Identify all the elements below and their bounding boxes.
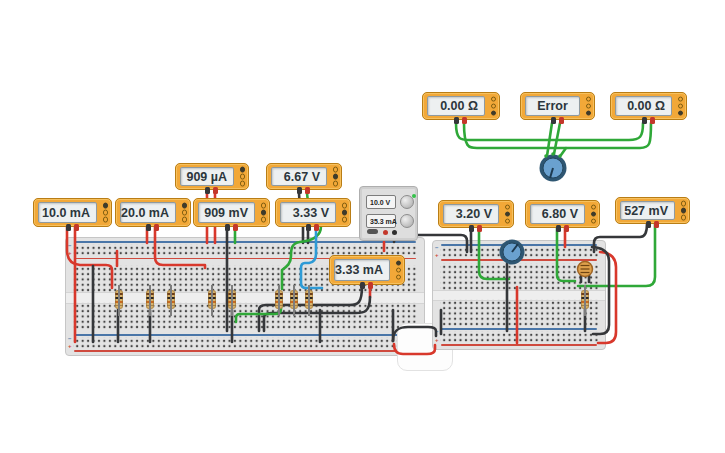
wire-green[interactable] bbox=[464, 123, 651, 148]
breadboard-right[interactable]: − + − + bbox=[432, 240, 606, 350]
mode-selector[interactable] bbox=[678, 95, 684, 118]
power-supply[interactable]: 10.0 V 35.3 mA bbox=[359, 186, 418, 241]
red-probe[interactable] bbox=[368, 282, 373, 289]
rail-pins-bottom[interactable] bbox=[73, 337, 417, 349]
terminal-pins-lower[interactable] bbox=[73, 302, 417, 329]
mode-selector[interactable] bbox=[261, 201, 267, 224]
resistor[interactable] bbox=[228, 290, 236, 309]
rail-pins-top[interactable] bbox=[440, 246, 598, 258]
black-probe[interactable] bbox=[225, 224, 230, 231]
mode-selector[interactable] bbox=[342, 201, 348, 224]
mode-ohms-icon[interactable] bbox=[261, 217, 267, 223]
resistor[interactable] bbox=[167, 290, 175, 309]
ammeter-333ma[interactable]: 3.33 mA bbox=[329, 255, 405, 285]
ohmmeter-error[interactable]: Error bbox=[520, 92, 595, 120]
mode-amps-icon[interactable] bbox=[240, 167, 246, 173]
mode-amps-icon[interactable] bbox=[261, 203, 267, 209]
mode-ohms-icon[interactable] bbox=[491, 110, 497, 116]
mode-ohms-icon[interactable] bbox=[240, 181, 246, 187]
black-probe[interactable] bbox=[551, 117, 556, 124]
black-probe[interactable] bbox=[66, 224, 71, 231]
mode-volts-icon[interactable] bbox=[591, 211, 597, 217]
mode-ohms-icon[interactable] bbox=[505, 218, 511, 224]
mode-amps-icon[interactable] bbox=[678, 96, 684, 102]
mode-amps-icon[interactable] bbox=[586, 96, 592, 102]
wire-green[interactable] bbox=[554, 123, 560, 154]
mode-amps-icon[interactable] bbox=[505, 204, 511, 210]
mode-ohms-icon[interactable] bbox=[333, 181, 339, 187]
red-probe[interactable] bbox=[74, 224, 79, 231]
mode-volts-icon[interactable] bbox=[586, 103, 592, 109]
black-probe[interactable] bbox=[454, 117, 459, 124]
resistor[interactable] bbox=[290, 290, 298, 309]
ohmmeter-left[interactable]: 0.00 Ω bbox=[422, 92, 500, 120]
black-probe[interactable] bbox=[306, 224, 311, 231]
voltmeter-909mv[interactable]: 909 mV bbox=[193, 198, 270, 227]
wire-green[interactable] bbox=[456, 123, 643, 140]
red-probe[interactable] bbox=[305, 187, 310, 194]
mode-ohms-icon[interactable] bbox=[586, 110, 592, 116]
mode-ohms-icon[interactable] bbox=[342, 217, 348, 223]
red-probe[interactable] bbox=[154, 224, 159, 231]
black-probe[interactable] bbox=[646, 221, 651, 228]
mode-amps-icon[interactable] bbox=[681, 201, 687, 207]
mode-amps-icon[interactable] bbox=[333, 167, 339, 173]
mode-selector[interactable] bbox=[333, 165, 339, 188]
mode-selector[interactable] bbox=[396, 259, 402, 282]
negative-terminal[interactable] bbox=[392, 230, 397, 235]
red-probe[interactable] bbox=[559, 117, 564, 124]
resistor[interactable] bbox=[115, 290, 123, 309]
red-probe[interactable] bbox=[213, 187, 218, 194]
mode-volts-icon[interactable] bbox=[103, 210, 109, 216]
mode-selector[interactable] bbox=[505, 203, 511, 226]
current-knob[interactable] bbox=[400, 214, 414, 228]
red-probe[interactable] bbox=[654, 221, 659, 228]
ammeter-10ma[interactable]: 10.0 mA bbox=[33, 198, 112, 227]
mode-volts-icon[interactable] bbox=[678, 103, 684, 109]
black-probe[interactable] bbox=[642, 117, 647, 124]
mode-amps-icon[interactable] bbox=[342, 203, 348, 209]
wire-green[interactable] bbox=[561, 148, 566, 155]
black-probe[interactable] bbox=[360, 282, 365, 289]
mode-volts-icon[interactable] bbox=[333, 174, 339, 180]
voltmeter-680v[interactable]: 6.80 V bbox=[525, 200, 600, 228]
positive-terminal[interactable] bbox=[383, 230, 388, 235]
mode-ohms-icon[interactable] bbox=[182, 217, 188, 223]
voltmeter-527mv[interactable]: 527 mV bbox=[615, 197, 690, 224]
resistor[interactable] bbox=[208, 290, 216, 309]
mode-amps-icon[interactable] bbox=[182, 203, 188, 209]
mode-selector[interactable] bbox=[103, 201, 109, 224]
mode-volts-icon[interactable] bbox=[396, 267, 402, 273]
resistor[interactable] bbox=[305, 290, 313, 309]
mode-selector[interactable] bbox=[591, 203, 597, 226]
mode-amps-icon[interactable] bbox=[103, 203, 109, 209]
voltmeter-333v[interactable]: 3.33 V bbox=[275, 198, 351, 227]
black-probe[interactable] bbox=[297, 187, 302, 194]
black-probe[interactable] bbox=[146, 224, 151, 231]
red-probe[interactable] bbox=[650, 117, 655, 124]
mode-ohms-icon[interactable] bbox=[103, 217, 109, 223]
red-probe[interactable] bbox=[462, 117, 467, 124]
mode-ohms-icon[interactable] bbox=[678, 110, 684, 116]
terminal-pins-lower[interactable] bbox=[440, 299, 598, 326]
mode-ohms-icon[interactable] bbox=[681, 215, 687, 221]
potentiometer-top[interactable] bbox=[540, 152, 567, 181]
red-probe[interactable] bbox=[477, 225, 482, 232]
ammeter-20ma[interactable]: 20.0 mA bbox=[115, 198, 191, 227]
mode-volts-icon[interactable] bbox=[182, 210, 188, 216]
black-probe[interactable] bbox=[469, 225, 474, 232]
red-probe[interactable] bbox=[564, 225, 569, 232]
mode-volts-icon[interactable] bbox=[261, 210, 267, 216]
mode-amps-icon[interactable] bbox=[591, 204, 597, 210]
black-probe[interactable] bbox=[556, 225, 561, 232]
voltmeter-320v[interactable]: 3.20 V bbox=[438, 200, 514, 228]
ohmmeter-right[interactable]: 0.00 Ω bbox=[610, 92, 687, 120]
black-probe[interactable] bbox=[205, 187, 210, 194]
mode-volts-icon[interactable] bbox=[491, 103, 497, 109]
mode-amps-icon[interactable] bbox=[396, 260, 402, 266]
mode-volts-icon[interactable] bbox=[505, 211, 511, 217]
mode-selector[interactable] bbox=[182, 201, 188, 224]
mode-selector[interactable] bbox=[681, 199, 687, 222]
mode-selector[interactable] bbox=[240, 165, 246, 188]
mode-ohms-icon[interactable] bbox=[591, 218, 597, 224]
